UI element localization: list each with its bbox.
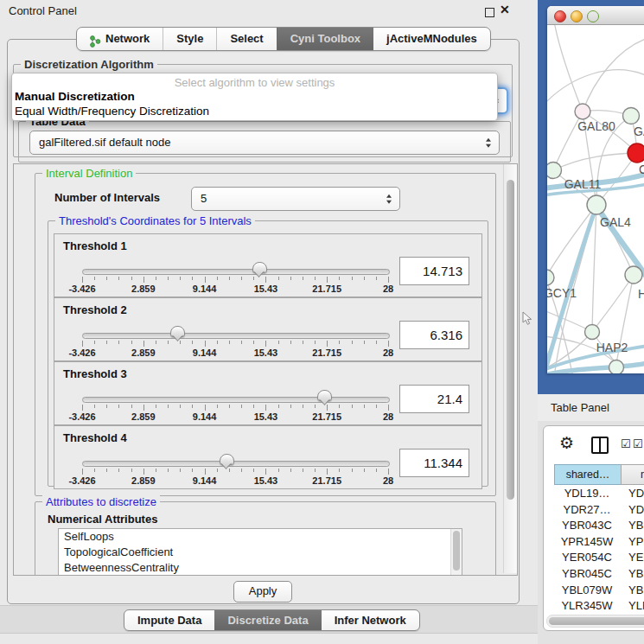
slider-track[interactable]	[82, 461, 390, 467]
network-canvas[interactable]: GAL80GACGAL11GAL4GCY1HHAP2	[547, 25, 644, 373]
network-window-titlebar[interactable]	[547, 6, 644, 25]
threshold-slider[interactable]: -3.4262.8599.14415.4321.71528	[82, 329, 388, 359]
slider-thumb[interactable]	[220, 454, 234, 465]
list-item[interactable]: SelfLoops	[59, 529, 462, 545]
list-item[interactable]: BetweennessCentrality	[59, 560, 462, 576]
threshold-slider[interactable]: -3.4262.8599.14415.4321.71528	[82, 457, 388, 487]
horizontal-scrollbar[interactable]	[546, 615, 644, 628]
column-header-name[interactable]: na	[621, 464, 644, 485]
tick-mark	[131, 341, 132, 344]
table-row[interactable]: YBR043CYBR0	[544, 518, 644, 534]
gear-icon[interactable]: ⚙	[559, 433, 574, 453]
table-cell[interactable]: YDR27…	[554, 502, 620, 519]
tick-mark	[253, 469, 254, 472]
list-scrollbar[interactable]	[450, 529, 462, 576]
table-cell[interactable]: YBR045C	[554, 566, 620, 583]
network-node[interactable]	[609, 360, 624, 374]
table-cell[interactable]: YBR0	[628, 566, 644, 583]
table-row[interactable]: YDR27…YDR2	[544, 502, 644, 519]
tab-cyni-toolbox[interactable]: Cyni Toolbox	[277, 28, 373, 50]
table-row[interactable]: YPR145WYPR1	[544, 534, 644, 551]
tab-network[interactable]: Network	[77, 28, 163, 50]
slider-track[interactable]	[82, 269, 390, 275]
tick-mark	[241, 469, 242, 472]
number-of-intervals-spinner[interactable]: 5	[191, 187, 400, 211]
tab-discretize-data[interactable]: Discretize Data	[214, 610, 321, 630]
threshold-2-box: Threshold 2 -3.4262.8599.14415.4321.7152…	[54, 297, 482, 361]
table-cell[interactable]: YDR2	[628, 502, 644, 519]
apply-button[interactable]: Apply	[233, 581, 292, 603]
table-cell[interactable]: YDL19…	[554, 486, 620, 502]
threshold-value-field[interactable]: 11.344	[399, 449, 469, 477]
threshold-value-field[interactable]: 21.4	[399, 385, 469, 413]
list-scrollbar-thumb[interactable]	[453, 531, 460, 571]
table-data-combobox[interactable]: galFiltered.sif default node	[29, 131, 500, 155]
tab-infer-network[interactable]: Infer Network	[322, 610, 419, 630]
numerical-attributes-list[interactable]: SelfLoopsTopologicalCoefficientBetweenne…	[58, 528, 462, 576]
network-node[interactable]	[587, 195, 606, 214]
tick-mark	[327, 405, 328, 411]
select-columns-icon[interactable]: ☑	[621, 437, 631, 450]
network-window[interactable]: GAL80GACGAL11GAL4GCY1HHAP2	[547, 6, 644, 373]
slider-thumb[interactable]	[252, 262, 267, 273]
threshold-value-field[interactable]: 6.316	[399, 321, 469, 349]
table-row[interactable]: YLR345WYLR3	[544, 598, 644, 615]
table-cell[interactable]: YBL0	[628, 583, 644, 599]
list-item[interactable]: TopologicalCoefficient	[59, 545, 462, 560]
column-header-shared-name[interactable]: shared…	[554, 464, 622, 485]
network-node[interactable]	[623, 108, 640, 124]
traffic-light-zoom-icon[interactable]	[587, 10, 599, 22]
table-cell[interactable]: YDL1	[628, 486, 644, 502]
table-cell[interactable]: YLR345W	[554, 598, 620, 615]
table-row[interactable]: YBL079WYBL0	[544, 583, 644, 599]
vertical-scrollbar[interactable]	[503, 164, 517, 573]
threshold-slider[interactable]: -3.4262.8599.14415.4321.71528	[82, 393, 388, 423]
network-node[interactable]	[628, 143, 644, 163]
tick-mark	[205, 277, 206, 283]
table-row[interactable]: YDL19…YDL1	[544, 486, 644, 502]
scale-label: 15.43	[254, 475, 278, 486]
tab-jactivemnodules[interactable]: jActiveMNodules	[373, 28, 490, 50]
table-row[interactable]: YBR045CYBR0	[544, 566, 644, 583]
table-cell[interactable]: YBR0	[628, 518, 644, 534]
slider-track[interactable]	[82, 397, 390, 403]
traffic-light-minimize-icon[interactable]	[571, 10, 583, 22]
table-cell[interactable]: YBR043C	[554, 518, 620, 534]
float-window-icon[interactable]	[485, 8, 494, 17]
network-node[interactable]	[585, 325, 600, 340]
traffic-light-close-icon[interactable]	[554, 10, 566, 22]
tick-mark	[143, 277, 144, 283]
split-view-icon[interactable]	[591, 437, 609, 454]
network-node[interactable]	[575, 104, 590, 119]
tab-select[interactable]: Select	[216, 28, 276, 50]
table-cell[interactable]: YLR3	[628, 598, 644, 615]
tick-mark	[278, 405, 279, 408]
threshold-value-field[interactable]: 14.713	[399, 257, 469, 285]
close-icon[interactable]: ✕	[500, 3, 510, 16]
network-node-label: GAL80	[577, 119, 615, 133]
popup-item-manual-discretization[interactable]: Manual Discretization	[15, 90, 135, 103]
table-cell[interactable]: YBL079W	[554, 583, 620, 599]
horizontal-scrollbar-thumb[interactable]	[549, 617, 644, 625]
select-rows-icon[interactable]: ☑	[633, 437, 643, 450]
table-cell[interactable]: YPR1	[628, 534, 644, 551]
tick-mark	[180, 277, 181, 280]
slider-thumb[interactable]	[170, 326, 185, 337]
network-node[interactable]	[547, 270, 554, 285]
network-node[interactable]	[625, 266, 642, 284]
vertical-scrollbar-thumb[interactable]	[507, 180, 514, 500]
tab-impute-data[interactable]: Impute Data	[124, 610, 214, 630]
table-row[interactable]: YER054CYER0	[544, 550, 644, 566]
network-node[interactable]	[547, 163, 562, 179]
tab-style[interactable]: Style	[163, 28, 216, 50]
slider-thumb[interactable]	[317, 390, 332, 401]
threshold-slider[interactable]: -3.4262.8599.14415.4321.71528	[82, 265, 388, 295]
table-cell[interactable]: YPR145W	[554, 534, 620, 551]
tick-mark	[106, 405, 107, 408]
table-cell[interactable]: YER0	[628, 550, 644, 566]
popup-item-equal-width-frequency[interactable]: Equal Width/Frequency Discretization	[15, 105, 209, 118]
slider-track[interactable]	[82, 333, 390, 339]
tick-mark	[205, 469, 206, 475]
table-cell[interactable]: YER054C	[554, 550, 620, 566]
scale-label: 21.715	[312, 475, 341, 486]
